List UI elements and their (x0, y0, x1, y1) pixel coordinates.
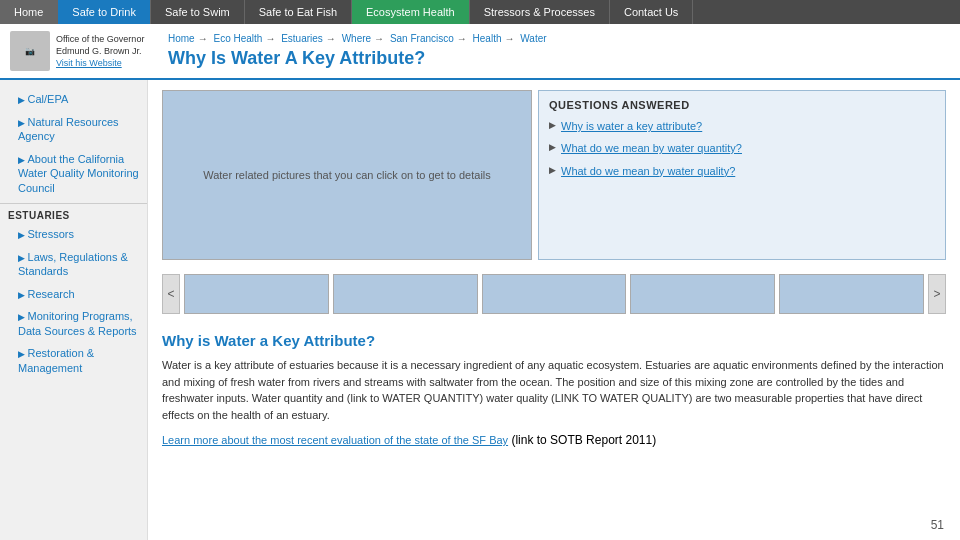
thumbnail-2[interactable] (333, 274, 478, 314)
sidebar-item-stressors[interactable]: Stressors (0, 223, 147, 246)
sidebar-item-monitoring[interactable]: Monitoring Programs, Data Sources & Repo… (0, 305, 147, 342)
nav-safe-to-eat-fish[interactable]: Safe to Eat Fish (245, 0, 352, 24)
thumb-prev-button[interactable]: < (162, 274, 180, 314)
question-link-2[interactable]: What do we mean by water quantity? (549, 141, 935, 155)
nav-safe-to-swim[interactable]: Safe to Swim (151, 0, 245, 24)
sidebar-item-laws-regulations[interactable]: Laws, Regulations & Standards (0, 246, 147, 283)
questions-title: QUESTIONS ANSWERED (549, 99, 935, 111)
thumb-next-button[interactable]: > (928, 274, 946, 314)
governor-logo: 📷 (10, 31, 50, 71)
article-title: Why is Water a Key Attribute? (162, 332, 946, 349)
logo-area: 📷 Office of the Governor Edmund G. Brown… (10, 31, 158, 71)
thumbnail-4[interactable] (630, 274, 775, 314)
image-area: Water related pictures that you can clic… (162, 90, 946, 260)
breadcrumb-eco-health[interactable]: Eco Health (213, 33, 262, 44)
page-header: 📷 Office of the Governor Edmund G. Brown… (0, 24, 960, 80)
breadcrumb-san-francisco[interactable]: San Francisco (390, 33, 454, 44)
breadcrumb: Home→ Eco Health→ Estuaries→ Where→ San … (168, 33, 950, 44)
main-layout: Cal/EPA Natural Resources Agency About t… (0, 80, 960, 540)
questions-box: QUESTIONS ANSWERED Why is water a key at… (538, 90, 946, 260)
article-sotb-link[interactable]: Learn more about the most recent evaluat… (162, 434, 508, 446)
page-title: Why Is Water A Key Attribute? (168, 48, 950, 69)
nav-home[interactable]: Home (0, 0, 58, 24)
main-image: Water related pictures that you can clic… (162, 90, 532, 260)
article-link-suffix: (link to SOTB Report 2011) (508, 433, 656, 447)
visit-website-link[interactable]: Visit his Website (56, 58, 144, 68)
breadcrumb-water[interactable]: Water (520, 33, 546, 44)
sidebar-section-estuaries: ESTUARIES (0, 203, 147, 223)
sidebar-item-natural-resources[interactable]: Natural Resources Agency (0, 111, 147, 148)
sidebar-item-restoration[interactable]: Restoration & Management (0, 342, 147, 379)
nav-safe-to-drink[interactable]: Safe to Drink (58, 0, 151, 24)
nav-ecosystem-health[interactable]: Ecosystem Health (352, 0, 470, 24)
sidebar-item-about-cawqmc[interactable]: About the California Water Quality Monit… (0, 148, 147, 199)
article-body: Water is a key attribute of estuaries be… (162, 357, 946, 423)
page-number: 51 (931, 518, 944, 532)
thumbnail-strip: < > (162, 270, 946, 318)
thumbnail-3[interactable] (482, 274, 627, 314)
top-navigation: Home Safe to Drink Safe to Swim Safe to … (0, 0, 960, 24)
breadcrumb-health[interactable]: Health (473, 33, 502, 44)
main-content: Water related pictures that you can clic… (148, 80, 960, 540)
thumbnail-1[interactable] (184, 274, 329, 314)
breadcrumb-estuaries[interactable]: Estuaries (281, 33, 323, 44)
breadcrumb-home[interactable]: Home (168, 33, 195, 44)
sidebar: Cal/EPA Natural Resources Agency About t… (0, 80, 148, 540)
sidebar-item-research[interactable]: Research (0, 283, 147, 306)
header-right: Home→ Eco Health→ Estuaries→ Where→ San … (158, 33, 950, 69)
question-link-3[interactable]: What do we mean by water quality? (549, 164, 935, 178)
logo-text: Office of the Governor Edmund G. Brown J… (56, 34, 144, 57)
thumbnail-5[interactable] (779, 274, 924, 314)
breadcrumb-where[interactable]: Where (342, 33, 371, 44)
question-link-1[interactable]: Why is water a key attribute? (549, 119, 935, 133)
nav-contact-us[interactable]: Contact Us (610, 0, 693, 24)
nav-stressors[interactable]: Stressors & Processes (470, 0, 610, 24)
sidebar-item-calepa[interactable]: Cal/EPA (0, 88, 147, 111)
